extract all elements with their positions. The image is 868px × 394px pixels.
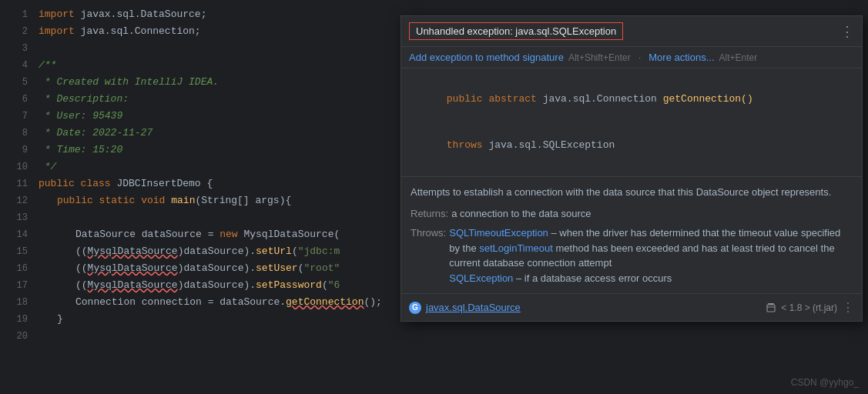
- jar-label: < 1.8 > (rt.jar): [781, 302, 837, 313]
- more-actions-shortcut: Alt+Enter: [719, 52, 758, 63]
- doc-throws: Throws: SQLTimeoutException – when the d…: [411, 225, 853, 285]
- code-line: 20: [0, 328, 868, 345]
- error-badge: Unhandled exception: java.sql.SQLExcepti…: [409, 22, 623, 40]
- signature-line2: throws java.sql.SQLException: [411, 122, 853, 169]
- action-shortcut: Alt+Shift+Enter: [568, 52, 631, 63]
- throws-label: Throws:: [411, 225, 446, 285]
- throws-content: SQLTimeoutException – when the driver ha…: [449, 225, 853, 285]
- jar-icon: [766, 302, 776, 313]
- separator: ·: [638, 52, 642, 63]
- footer-right: < 1.8 > (rt.jar) ⋮: [766, 300, 854, 315]
- throws-link2[interactable]: SQLException: [449, 272, 513, 284]
- throws-text3: – if a database access error occurs: [516, 272, 672, 284]
- signature-line1: public abstract java.sql.Connection getC…: [411, 76, 853, 122]
- datasource-icon: G: [409, 302, 421, 314]
- popup-header: Unhandled exception: java.sql.SQLExcepti…: [401, 16, 862, 47]
- footer-three-dots-icon[interactable]: ⋮: [842, 300, 854, 315]
- signature-area: public abstract java.sql.Connection getC…: [401, 68, 862, 177]
- popup-footer: G javax.sql.DataSource < 1.8 > (rt.jar) …: [401, 293, 862, 321]
- add-exception-link[interactable]: Add exception to method signature: [409, 52, 564, 63]
- footer-left: G javax.sql.DataSource: [409, 302, 521, 314]
- action-bar: Add exception to method signature Alt+Sh…: [401, 47, 862, 68]
- returns-label: Returns:: [411, 206, 448, 222]
- error-title: Unhandled exception: java.sql.SQLExcepti…: [416, 25, 616, 37]
- footer-class-link[interactable]: javax.sql.DataSource: [426, 302, 521, 313]
- throws-method[interactable]: setLoginTimeout: [479, 242, 553, 254]
- three-dots-icon[interactable]: ⋮: [840, 23, 854, 40]
- doc-description: Attempts to establish a connection with …: [411, 185, 853, 200]
- exception-popup: Unhandled exception: java.sql.SQLExcepti…: [400, 15, 863, 322]
- returns-text: a connection to the data source: [451, 206, 591, 222]
- throws-link1[interactable]: SQLTimeoutException: [449, 227, 548, 239]
- watermark: CSDN @yyhgo_: [791, 377, 859, 388]
- more-actions-link[interactable]: More actions...: [648, 52, 714, 63]
- doc-area: Attempts to establish a connection with …: [401, 177, 862, 293]
- svg-rect-1: [767, 305, 775, 312]
- doc-returns: Returns: a connection to the data source: [411, 206, 853, 222]
